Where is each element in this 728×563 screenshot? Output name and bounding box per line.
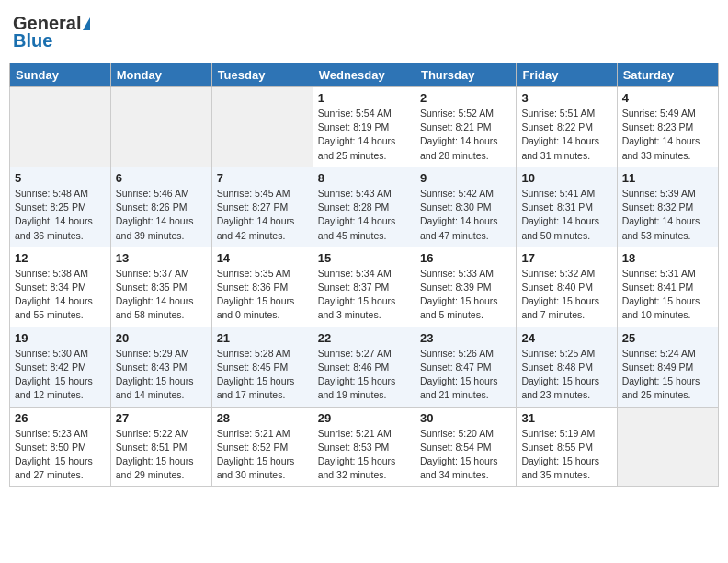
day-info: Sunrise: 5:54 AMSunset: 8:19 PMDaylight:… (318, 107, 410, 163)
calendar-cell: 5Sunrise: 5:48 AMSunset: 8:25 PMDaylight… (10, 167, 111, 247)
calendar-cell: 28Sunrise: 5:21 AMSunset: 8:52 PMDayligh… (211, 407, 313, 487)
day-info: Sunrise: 5:33 AMSunset: 8:39 PMDaylight:… (420, 267, 511, 323)
day-info: Sunrise: 5:21 AMSunset: 8:53 PMDaylight:… (318, 427, 410, 483)
weekday-header-tuesday: Tuesday (211, 63, 313, 87)
day-info: Sunrise: 5:26 AMSunset: 8:47 PMDaylight:… (420, 347, 511, 403)
calendar-cell: 16Sunrise: 5:33 AMSunset: 8:39 PMDayligh… (415, 247, 516, 327)
weekday-header-row: SundayMondayTuesdayWednesdayThursdayFrid… (10, 63, 719, 87)
day-number: 8 (318, 171, 410, 185)
day-info: Sunrise: 5:48 AMSunset: 8:25 PMDaylight:… (15, 187, 106, 243)
day-number: 16 (420, 251, 511, 265)
day-number: 9 (420, 171, 511, 185)
day-info: Sunrise: 5:45 AMSunset: 8:27 PMDaylight:… (217, 187, 308, 243)
day-info: Sunrise: 5:38 AMSunset: 8:34 PMDaylight:… (15, 267, 106, 323)
day-info: Sunrise: 5:20 AMSunset: 8:54 PMDaylight:… (420, 427, 511, 483)
calendar-cell: 22Sunrise: 5:27 AMSunset: 8:46 PMDayligh… (313, 327, 415, 407)
day-number: 12 (15, 251, 106, 265)
day-number: 28 (217, 411, 308, 425)
calendar-cell: 4Sunrise: 5:49 AMSunset: 8:23 PMDaylight… (617, 87, 718, 167)
calendar-cell: 17Sunrise: 5:32 AMSunset: 8:40 PMDayligh… (517, 247, 617, 327)
day-info: Sunrise: 5:51 AMSunset: 8:22 PMDaylight:… (521, 107, 611, 163)
day-info: Sunrise: 5:49 AMSunset: 8:23 PMDaylight:… (622, 107, 713, 163)
day-number: 17 (521, 251, 611, 265)
day-number: 30 (420, 411, 511, 425)
calendar-week-row: 12Sunrise: 5:38 AMSunset: 8:34 PMDayligh… (10, 247, 719, 327)
day-number: 20 (116, 331, 207, 345)
day-number: 29 (318, 411, 410, 425)
day-info: Sunrise: 5:24 AMSunset: 8:49 PMDaylight:… (622, 347, 713, 403)
day-number: 27 (116, 411, 207, 425)
day-number: 21 (217, 331, 308, 345)
day-number: 31 (521, 411, 611, 425)
logo-triangle-icon (83, 17, 90, 30)
day-number: 18 (622, 251, 713, 265)
day-info: Sunrise: 5:25 AMSunset: 8:48 PMDaylight:… (521, 347, 611, 403)
day-info: Sunrise: 5:46 AMSunset: 8:26 PMDaylight:… (116, 187, 207, 243)
calendar-cell: 29Sunrise: 5:21 AMSunset: 8:53 PMDayligh… (313, 407, 415, 487)
page-header: General Blue (9, 9, 719, 55)
day-number: 4 (622, 91, 713, 105)
day-info: Sunrise: 5:21 AMSunset: 8:52 PMDaylight:… (217, 427, 308, 483)
calendar-cell: 11Sunrise: 5:39 AMSunset: 8:32 PMDayligh… (617, 167, 718, 247)
day-number: 23 (420, 331, 511, 345)
day-number: 10 (521, 171, 611, 185)
calendar-week-row: 26Sunrise: 5:23 AMSunset: 8:50 PMDayligh… (10, 407, 719, 487)
calendar-cell: 19Sunrise: 5:30 AMSunset: 8:42 PMDayligh… (10, 327, 111, 407)
calendar-cell: 15Sunrise: 5:34 AMSunset: 8:37 PMDayligh… (313, 247, 415, 327)
calendar-cell: 6Sunrise: 5:46 AMSunset: 8:26 PMDaylight… (110, 167, 211, 247)
calendar-cell (211, 87, 313, 167)
day-number: 15 (318, 251, 410, 265)
calendar-cell: 7Sunrise: 5:45 AMSunset: 8:27 PMDaylight… (211, 167, 313, 247)
weekday-header-thursday: Thursday (415, 63, 516, 87)
day-info: Sunrise: 5:23 AMSunset: 8:50 PMDaylight:… (15, 427, 106, 483)
calendar-cell: 9Sunrise: 5:42 AMSunset: 8:30 PMDaylight… (415, 167, 516, 247)
calendar-cell: 20Sunrise: 5:29 AMSunset: 8:43 PMDayligh… (110, 327, 211, 407)
day-number: 3 (521, 91, 611, 105)
calendar-week-row: 1Sunrise: 5:54 AMSunset: 8:19 PMDaylight… (10, 87, 719, 167)
logo-blue-text: Blue (13, 30, 52, 52)
calendar-cell: 31Sunrise: 5:19 AMSunset: 8:55 PMDayligh… (517, 407, 617, 487)
day-info: Sunrise: 5:39 AMSunset: 8:32 PMDaylight:… (622, 187, 713, 243)
day-number: 24 (521, 331, 611, 345)
calendar-cell: 24Sunrise: 5:25 AMSunset: 8:48 PMDayligh… (517, 327, 617, 407)
calendar-week-row: 5Sunrise: 5:48 AMSunset: 8:25 PMDaylight… (10, 167, 719, 247)
weekday-header-friday: Friday (517, 63, 617, 87)
day-info: Sunrise: 5:29 AMSunset: 8:43 PMDaylight:… (116, 347, 207, 403)
weekday-header-wednesday: Wednesday (313, 63, 415, 87)
weekday-header-monday: Monday (110, 63, 211, 87)
calendar-cell: 14Sunrise: 5:35 AMSunset: 8:36 PMDayligh… (211, 247, 313, 327)
day-number: 19 (15, 331, 106, 345)
day-number: 11 (622, 171, 713, 185)
calendar-cell: 12Sunrise: 5:38 AMSunset: 8:34 PMDayligh… (10, 247, 111, 327)
day-number: 2 (420, 91, 511, 105)
day-number: 13 (116, 251, 207, 265)
day-info: Sunrise: 5:34 AMSunset: 8:37 PMDaylight:… (318, 267, 410, 323)
calendar-cell: 26Sunrise: 5:23 AMSunset: 8:50 PMDayligh… (10, 407, 111, 487)
calendar-cell: 21Sunrise: 5:28 AMSunset: 8:45 PMDayligh… (211, 327, 313, 407)
day-info: Sunrise: 5:37 AMSunset: 8:35 PMDaylight:… (116, 267, 207, 323)
day-number: 25 (622, 331, 713, 345)
day-info: Sunrise: 5:35 AMSunset: 8:36 PMDaylight:… (217, 267, 308, 323)
day-info: Sunrise: 5:52 AMSunset: 8:21 PMDaylight:… (420, 107, 511, 163)
day-info: Sunrise: 5:43 AMSunset: 8:28 PMDaylight:… (318, 187, 410, 243)
calendar-cell: 10Sunrise: 5:41 AMSunset: 8:31 PMDayligh… (517, 167, 617, 247)
day-info: Sunrise: 5:22 AMSunset: 8:51 PMDaylight:… (116, 427, 207, 483)
day-info: Sunrise: 5:30 AMSunset: 8:42 PMDaylight:… (15, 347, 106, 403)
calendar-cell (617, 407, 718, 487)
weekday-header-saturday: Saturday (617, 63, 718, 87)
calendar-cell: 27Sunrise: 5:22 AMSunset: 8:51 PMDayligh… (110, 407, 211, 487)
calendar-week-row: 19Sunrise: 5:30 AMSunset: 8:42 PMDayligh… (10, 327, 719, 407)
day-info: Sunrise: 5:41 AMSunset: 8:31 PMDaylight:… (521, 187, 611, 243)
day-number: 6 (116, 171, 207, 185)
calendar-table: SundayMondayTuesdayWednesdayThursdayFrid… (9, 63, 719, 487)
day-info: Sunrise: 5:31 AMSunset: 8:41 PMDaylight:… (622, 267, 713, 323)
weekday-header-sunday: Sunday (10, 63, 111, 87)
calendar-cell: 25Sunrise: 5:24 AMSunset: 8:49 PMDayligh… (617, 327, 718, 407)
logo: General Blue (13, 13, 90, 52)
calendar-cell: 30Sunrise: 5:20 AMSunset: 8:54 PMDayligh… (415, 407, 516, 487)
day-number: 1 (318, 91, 410, 105)
calendar-cell (10, 87, 111, 167)
calendar-cell: 13Sunrise: 5:37 AMSunset: 8:35 PMDayligh… (110, 247, 211, 327)
calendar-cell: 8Sunrise: 5:43 AMSunset: 8:28 PMDaylight… (313, 167, 415, 247)
calendar-cell: 2Sunrise: 5:52 AMSunset: 8:21 PMDaylight… (415, 87, 516, 167)
